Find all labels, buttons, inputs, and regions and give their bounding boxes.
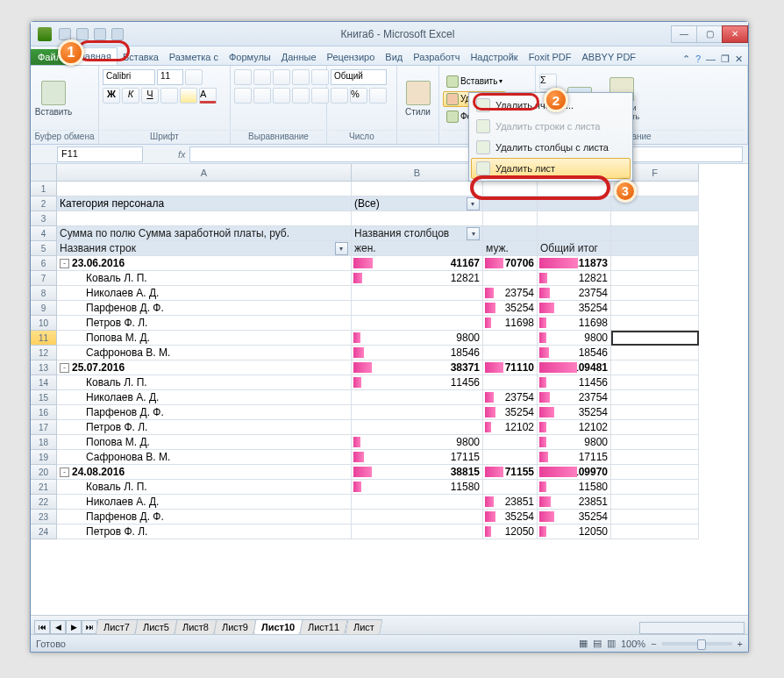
view-normal-icon[interactable]: ▦ xyxy=(579,638,588,649)
cell[interactable] xyxy=(57,182,352,196)
row-header[interactable]: 14 xyxy=(31,375,57,390)
qat-more-icon[interactable] xyxy=(111,28,124,40)
expand-icon[interactable]: - xyxy=(60,467,69,477)
ribbon-minimize-icon[interactable]: ⌃ xyxy=(682,54,690,65)
cell[interactable] xyxy=(483,331,538,346)
sheet-first-icon[interactable]: ⏮ xyxy=(34,620,50,634)
zoom-value[interactable]: 100% xyxy=(621,639,645,649)
cell[interactable]: Коваль Л. П. xyxy=(57,375,352,390)
row-header[interactable]: 19 xyxy=(31,450,57,465)
cell[interactable]: 18546 xyxy=(538,346,611,360)
cell[interactable]: 9800 xyxy=(538,435,611,450)
minimize-button[interactable]: — xyxy=(671,25,697,43)
row-header[interactable]: 6 xyxy=(31,256,57,271)
wrap-text-icon[interactable] xyxy=(311,69,329,85)
row-header[interactable]: 17 xyxy=(31,420,57,435)
cell[interactable]: 9800 xyxy=(538,331,611,346)
cell[interactable] xyxy=(352,510,483,525)
zoom-out-button[interactable]: − xyxy=(651,639,656,649)
cell[interactable]: Николаев А. Д. xyxy=(57,286,352,301)
row-header[interactable]: 16 xyxy=(31,405,57,420)
cell[interactable]: 11580 xyxy=(352,480,483,495)
cell[interactable] xyxy=(611,331,699,346)
cell[interactable]: 12102 xyxy=(538,420,611,435)
cell[interactable] xyxy=(611,301,699,316)
cell[interactable] xyxy=(611,271,699,286)
cell[interactable] xyxy=(352,420,483,435)
worksheet-grid[interactable]: ABCDF 12Категория персонала(Все)▾34Сумма… xyxy=(31,164,748,615)
row-header[interactable]: 10 xyxy=(31,316,57,331)
hscrollbar[interactable] xyxy=(639,622,745,634)
sheet-next-icon[interactable]: ▶ xyxy=(66,620,82,634)
insert-cells-button[interactable]: Вставить▾ xyxy=(443,74,506,89)
cell[interactable]: Николаев А. Д. xyxy=(57,390,352,405)
cell[interactable]: 17115 xyxy=(538,450,611,465)
cell[interactable]: Названия столбцов▾ xyxy=(352,226,483,241)
expand-icon[interactable]: - xyxy=(60,363,69,373)
ribbon-tab-3[interactable]: Формулы xyxy=(224,49,276,65)
italic-button[interactable]: К xyxy=(122,88,139,103)
cell[interactable]: 41167 xyxy=(352,256,483,271)
cell[interactable]: муж. xyxy=(483,241,538,256)
cell[interactable]: 109970 xyxy=(538,465,611,480)
row-header[interactable]: 1 xyxy=(31,182,57,196)
font-color-icon[interactable]: A xyxy=(199,88,217,103)
cell[interactable]: Петров Ф. Л. xyxy=(57,316,352,331)
cell[interactable]: Парфенов Д. Ф. xyxy=(57,301,352,316)
cell[interactable] xyxy=(611,256,699,271)
cell[interactable]: 18546 xyxy=(352,346,483,360)
cell[interactable] xyxy=(483,211,538,226)
cell[interactable] xyxy=(352,405,483,420)
cell[interactable] xyxy=(483,435,538,450)
cell[interactable]: 109481 xyxy=(538,360,611,375)
filter-dropdown-icon[interactable]: ▾ xyxy=(335,242,348,255)
cell[interactable]: Петров Ф. Л. xyxy=(57,420,352,435)
font-size-select[interactable]: 11 xyxy=(157,69,183,85)
row-header[interactable]: 24 xyxy=(31,525,57,539)
cell[interactable]: жен. xyxy=(352,241,483,256)
zoom-in-button[interactable]: + xyxy=(738,639,743,649)
cell[interactable] xyxy=(611,420,699,435)
row-header[interactable]: 3 xyxy=(31,211,57,226)
view-layout-icon[interactable]: ▤ xyxy=(593,638,602,649)
cell[interactable]: 9800 xyxy=(352,435,483,450)
row-header[interactable]: 9 xyxy=(31,301,57,316)
sheet-tab[interactable]: Лист8 xyxy=(175,619,217,634)
number-format-select[interactable]: Общий xyxy=(331,69,387,85)
cell[interactable]: 35254 xyxy=(483,301,538,316)
cell[interactable]: 11698 xyxy=(483,316,538,331)
cell[interactable]: Попова М. Д. xyxy=(57,331,352,346)
row-header[interactable]: 18 xyxy=(31,435,57,450)
cell[interactable]: Сумма по полю Сумма заработной платы, ру… xyxy=(57,226,352,241)
formula-bar[interactable] xyxy=(189,146,743,162)
cell[interactable] xyxy=(611,495,699,510)
cell[interactable]: 11698 xyxy=(538,316,611,331)
cell[interactable]: 11456 xyxy=(352,375,483,390)
cell[interactable]: 23754 xyxy=(538,286,611,301)
qat-save-icon[interactable] xyxy=(59,28,71,40)
row-header[interactable]: 15 xyxy=(31,390,57,405)
font-name-select[interactable]: Calibri xyxy=(103,69,155,85)
align-right-icon[interactable] xyxy=(273,88,290,103)
cell[interactable]: 12102 xyxy=(483,420,538,435)
zoom-slider[interactable] xyxy=(662,642,732,646)
ribbon-tab-9[interactable]: Foxit PDF xyxy=(524,49,577,65)
align-mid-icon[interactable] xyxy=(253,69,271,85)
row-header[interactable]: 22 xyxy=(31,495,57,510)
ribbon-tab-2[interactable]: Разметка с xyxy=(164,49,224,65)
cell[interactable]: 71155 xyxy=(483,465,538,480)
autosum-icon[interactable]: Σ xyxy=(539,74,557,89)
cell[interactable] xyxy=(352,525,483,539)
cell[interactable]: 23754 xyxy=(538,390,611,405)
ribbon-tab-8[interactable]: Надстройк xyxy=(465,49,523,65)
help-icon[interactable]: ? xyxy=(695,54,701,65)
doc-restore-icon[interactable]: ❐ xyxy=(721,54,730,65)
cell[interactable] xyxy=(611,450,699,465)
currency-icon[interactable] xyxy=(331,88,348,103)
cell[interactable] xyxy=(611,375,699,390)
ribbon-tab-4[interactable]: Данные xyxy=(276,49,322,65)
cell[interactable]: 12050 xyxy=(483,525,538,539)
row-header[interactable]: 5 xyxy=(31,241,57,256)
percent-icon[interactable]: % xyxy=(350,88,367,103)
cell[interactable] xyxy=(483,346,538,360)
